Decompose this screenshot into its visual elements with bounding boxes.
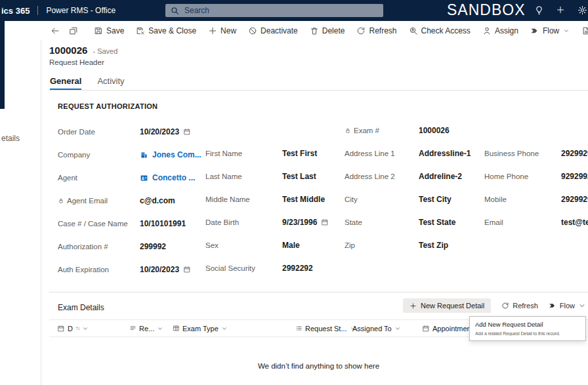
command-bar: SaveSave & CloseNewDeactivateDeleteRefre…	[41, 21, 588, 40]
field-value-social-security[interactable]: 2992292	[282, 264, 313, 273]
calendar-icon	[57, 325, 65, 333]
field-value-company[interactable]: Jones Com...	[140, 150, 201, 159]
field-sex: SexMale	[205, 241, 345, 264]
field-business-phone: Business Phone29299292	[484, 149, 588, 172]
field-value-home-phone[interactable]: 92929929	[561, 172, 588, 181]
request-authorization-section: REQUEST AUTHORIZATION Order Date10/20/20…	[49, 96, 588, 287]
field-value-text: 2992292	[282, 264, 313, 273]
app-brand[interactable]: ics 365	[0, 6, 30, 16]
field-label: Exam #	[345, 126, 419, 134]
field-value-text: 29299299	[561, 195, 588, 204]
field-label: Home Phone	[484, 172, 561, 180]
field-label: Address Line 2	[345, 172, 419, 180]
table-icon	[173, 325, 180, 332]
app-area-name[interactable]: Power RMS - Office	[46, 6, 116, 15]
field-value-middle-name[interactable]: Test Middle	[282, 195, 325, 204]
field-label-text: Email	[484, 218, 503, 226]
field-value-first-name[interactable]: Test First	[282, 149, 317, 158]
field-value-last-name[interactable]: Test Last	[282, 172, 316, 181]
field-value-text: Test First	[282, 149, 317, 158]
field-value-date-birth[interactable]: 9/23/1996	[282, 218, 329, 227]
tab-activity[interactable]: Activity	[97, 72, 124, 90]
subgrid-flow-button[interactable]: Flow	[549, 302, 586, 310]
field-value-address-line-1[interactable]: Addressline-1	[419, 149, 471, 158]
subgrid-refresh-button[interactable]: Refresh	[501, 302, 538, 310]
field-value-agent-email[interactable]: c@d.com	[140, 196, 175, 205]
lightbulb-icon[interactable]	[534, 5, 544, 15]
field-label: Business Phone	[484, 149, 561, 157]
column-header-d[interactable]: D↑↓	[57, 320, 89, 336]
command-refresh[interactable]: Refresh	[350, 21, 402, 40]
column-header-re[interactable]: Re...	[129, 320, 163, 336]
field-value-exam[interactable]: 1000026	[419, 126, 450, 135]
field-label-text: Last Name	[205, 172, 242, 180]
global-search[interactable]	[165, 4, 383, 17]
form-column-4: Business Phone29299292Home Phone92929929…	[484, 149, 588, 241]
field-order-date: Order Date10/20/2023	[58, 127, 210, 150]
refresh-icon	[501, 302, 509, 310]
field-authorization: Authorization #299992	[58, 242, 210, 265]
column-header-request-st[interactable]: Request St...	[295, 320, 356, 336]
tab-general[interactable]: General	[50, 72, 81, 90]
field-value-auth-expiration[interactable]: 10/20/2023	[140, 265, 191, 274]
popout-icon[interactable]	[64, 21, 83, 40]
field-value-text: Test Zip	[419, 241, 448, 250]
quick-create-icon[interactable]	[556, 5, 565, 14]
column-header-assigned-to[interactable]: Assigned To	[352, 320, 401, 336]
flow-icon	[549, 302, 556, 310]
command-assign[interactable]: Assign	[476, 21, 524, 40]
field-value-email[interactable]: test@test.	[561, 218, 588, 227]
plus-icon	[410, 302, 417, 310]
field-agent: AgentConcetto ...	[58, 173, 210, 196]
settings-gear-icon[interactable]	[578, 5, 587, 15]
command-save-close[interactable]: Save & Close	[130, 21, 202, 40]
field-value-sex[interactable]: Male	[282, 241, 300, 250]
field-social-security: Social Security2992292	[205, 264, 345, 287]
field-value-text: 10/10101991	[140, 219, 186, 228]
field-value-order-date[interactable]: 10/20/2023	[140, 127, 191, 136]
form-column-1: Order Date10/20/2023CompanyJones Com...A…	[58, 127, 210, 288]
search-icon	[171, 7, 179, 15]
field-value-address-line-2[interactable]: Addreline-2	[419, 172, 462, 181]
field-label-text: Address Line 2	[345, 172, 395, 180]
calendar-icon[interactable]	[183, 266, 191, 274]
field-value-zip[interactable]: Test Zip	[419, 241, 448, 250]
field-label: Order Date	[58, 127, 140, 136]
delete-icon	[310, 26, 319, 35]
lock-icon	[58, 197, 64, 204]
command-deactivate[interactable]: Deactivate	[242, 21, 304, 40]
field-value-business-phone[interactable]: 29299292	[561, 149, 588, 158]
command-word-templates[interactable]: Word Templates	[576, 21, 588, 40]
command-label: Delete	[322, 26, 345, 35]
calendar-icon[interactable]	[183, 128, 191, 136]
subgrid-title: Exam Details	[58, 303, 104, 312]
chevron-icon	[82, 325, 89, 332]
field-value-authorization[interactable]: 299992	[140, 242, 166, 251]
field-value-text: 10/20/2023	[140, 265, 179, 274]
new-request-detail-button[interactable]: New Request Detail	[403, 298, 491, 313]
field-last-name: Last NameTest Last	[205, 172, 345, 195]
sidebar-item-request-details[interactable]: etails	[1, 134, 20, 143]
command-flow[interactable]: Flow	[524, 21, 576, 40]
search-input[interactable]	[183, 5, 378, 16]
field-value-city[interactable]: Test City	[419, 195, 452, 204]
deactivate-icon	[248, 26, 257, 35]
column-header-exam-type[interactable]: Exam Type	[173, 320, 228, 336]
command-delete[interactable]: Delete	[304, 21, 351, 40]
command-check-access[interactable]: Check Access	[403, 21, 476, 40]
field-value-mobile[interactable]: 29299299	[561, 195, 588, 204]
field-label: Agent	[58, 173, 140, 182]
back-icon[interactable]	[46, 21, 64, 40]
field-value-case-case-name[interactable]: 10/10101991	[140, 219, 186, 228]
calendar-icon[interactable]	[321, 218, 329, 226]
field-label: Last Name	[205, 172, 282, 180]
field-label: Email	[484, 218, 561, 226]
lock-icon	[345, 127, 351, 134]
chevron-icon	[394, 325, 401, 332]
field-value-state[interactable]: Test State	[419, 218, 455, 227]
topbar-divider	[37, 6, 38, 15]
field-value-agent[interactable]: Concetto ...	[140, 173, 195, 182]
field-label-text: State	[345, 218, 362, 226]
command-new[interactable]: New	[202, 21, 242, 40]
command-save[interactable]: Save	[88, 21, 130, 40]
